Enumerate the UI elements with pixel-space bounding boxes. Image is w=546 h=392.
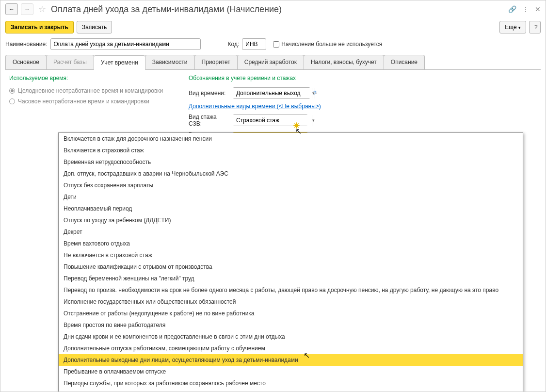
close-icon[interactable]: ✕ <box>535 5 541 13</box>
dropdown-item[interactable]: Отпуск без сохранения зарплаты <box>59 180 523 191</box>
dropdown-item[interactable]: Время вахтового отдыха <box>59 238 523 249</box>
disabled-label: Начисление больше не используется <box>281 41 382 48</box>
dropdown-item[interactable]: Периоды службы, при которых за работнико… <box>59 377 523 389</box>
save-button[interactable]: Записать <box>77 21 112 33</box>
name-label: Наименование: <box>5 41 48 48</box>
dropdown-item[interactable]: Дети <box>59 191 523 203</box>
dropdown-item[interactable]: Отпуск по уходу за ребенком (ДЛДЕТИ) <box>59 214 523 226</box>
chevron-down-icon[interactable]: ▾ <box>312 115 315 126</box>
dropdown-item[interactable]: Включается в страховой стаж <box>59 145 523 156</box>
extra-time-types-link[interactable]: Дополнительные виды времени (<Не выбраны… <box>189 103 321 110</box>
dropdown-item[interactable]: Время простоя по вине работодателя <box>59 319 523 331</box>
szv-select[interactable]: ▾ <box>233 114 308 126</box>
more-button[interactable]: Еще ▾ <box>499 21 526 33</box>
window-title: Оплата дней ухода за детьми-инвалидами (… <box>51 4 505 15</box>
menu-dots-icon[interactable]: ⋮ <box>522 5 529 13</box>
pfr-dropdown[interactable]: Включается в стаж для досрочного назначе… <box>58 132 523 392</box>
link-icon[interactable]: 🔗 <box>508 5 516 13</box>
dropdown-item[interactable]: Доп. отпуск, пострадавших в аварии на Че… <box>59 168 523 180</box>
code-input[interactable] <box>242 38 266 50</box>
time-type-input[interactable] <box>233 88 312 98</box>
tab-6[interactable]: Налоги, взносы, бухучет <box>304 55 384 69</box>
tab-0[interactable]: Основное <box>5 55 47 69</box>
radio-icon <box>9 98 15 104</box>
dropdown-item[interactable]: Дни сдачи крови и ее компонентов и предо… <box>59 331 523 343</box>
dropdown-item[interactable]: Не включается в страховой стаж <box>59 249 523 261</box>
save-close-button[interactable]: Записать и закрыть <box>5 21 74 33</box>
chevron-down-icon: ▾ <box>518 25 521 30</box>
nav-back-button[interactable]: ← <box>5 3 18 15</box>
dropdown-item[interactable]: Дополнительные отпуска работникам, совме… <box>59 343 523 354</box>
dropdown-item[interactable]: Декрет <box>59 226 523 238</box>
right-section-title: Обозначения в учете времени и стажах <box>189 75 321 82</box>
disabled-checkbox[interactable] <box>273 41 279 48</box>
help-button[interactable]: ? <box>529 21 541 33</box>
szv-input[interactable] <box>233 115 312 126</box>
dropdown-item[interactable]: Дополнительные выходные дни лицам, осуще… <box>59 354 523 366</box>
code-label: Код: <box>228 41 240 48</box>
tab-7[interactable]: Описание <box>384 55 425 69</box>
radio-icon <box>9 88 15 94</box>
dropdown-item[interactable]: Временная нетрудоспособность <box>59 156 523 168</box>
nav-forward-button[interactable]: → <box>21 3 33 15</box>
time-type-select[interactable]: ▾ ▫ <box>233 87 310 99</box>
favorite-star-icon[interactable]: ☆ <box>38 4 46 15</box>
tab-5[interactable]: Средний заработок <box>237 55 304 69</box>
dropdown-item[interactable]: Неоплачиваемый период <box>59 203 523 214</box>
dropdown-item[interactable]: Пребывание в оплачиваемом отпуске <box>59 366 523 377</box>
szv-label: Вид стажа СЗВ: <box>189 114 230 127</box>
tab-1[interactable]: Расчет базы <box>46 55 94 69</box>
name-input[interactable] <box>50 38 201 50</box>
dropdown-item[interactable]: Исполнение государственных или обществен… <box>59 296 523 308</box>
dropdown-item[interactable]: Повышение квалификации (прохождение неза… <box>59 389 523 392</box>
help-icon[interactable]: ? <box>313 90 317 97</box>
radio-hourly[interactable]: Часовое неотработанное время и командиро… <box>9 98 179 105</box>
dropdown-item[interactable]: Перевод по произв. необходимости на срок… <box>59 284 523 296</box>
tab-3[interactable]: Зависимости <box>145 55 195 69</box>
radio-full-day[interactable]: Целодневное неотработанное время и коман… <box>9 87 179 94</box>
tab-2[interactable]: Учет времени <box>94 55 145 70</box>
time-type-label: Вид времени: <box>189 90 230 97</box>
dropdown-item[interactable]: Повышение квалификации с отрывом от прои… <box>59 261 523 273</box>
dropdown-item[interactable]: Включается в стаж для досрочного назначе… <box>59 133 523 145</box>
dropdown-item[interactable]: Отстранение от работы (недопущение к раб… <box>59 308 523 319</box>
tab-4[interactable]: Приоритет <box>194 55 238 69</box>
dropdown-item[interactable]: Перевод беременной женщины на "легкий" т… <box>59 273 523 284</box>
left-section-title: Используемое время: <box>9 75 179 82</box>
